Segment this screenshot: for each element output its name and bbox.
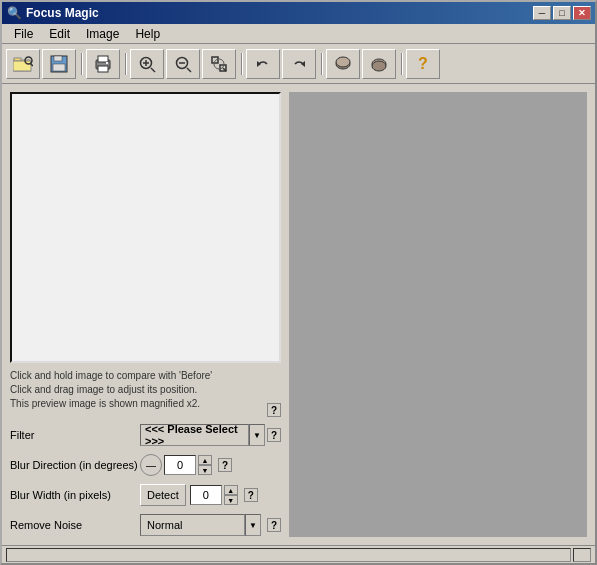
close-button[interactable]: ✕: [573, 6, 591, 20]
menu-image[interactable]: Image: [78, 25, 127, 43]
remove-noise-dropdown[interactable]: Normal: [140, 514, 245, 536]
blur-width-up[interactable]: ▲: [224, 485, 238, 495]
blur-width-help-icon[interactable]: ?: [244, 488, 258, 502]
separator-4: [318, 49, 324, 79]
window-controls: ─ □ ✕: [533, 6, 591, 20]
open-button[interactable]: [6, 49, 40, 79]
left-panel: Click and hold image to compare with 'Be…: [2, 84, 289, 545]
filter-dropdown[interactable]: <<< Please Select >>>: [140, 424, 249, 446]
filter-label: Filter: [10, 429, 140, 441]
filter-help-icon[interactable]: ?: [267, 428, 281, 442]
svg-rect-2: [13, 61, 31, 71]
preview-help-icon[interactable]: ?: [267, 403, 281, 417]
blur-direction-value[interactable]: 0: [164, 455, 196, 475]
preview-info: Click and hold image to compare with 'Be…: [10, 369, 212, 411]
blur-direction-minus[interactable]: —: [140, 454, 162, 476]
preview-area: [10, 92, 281, 363]
filter-question-icon: ?: [271, 430, 277, 441]
blur-direction-help-icon[interactable]: ?: [218, 458, 232, 472]
minus-icon: —: [146, 460, 156, 471]
svg-point-26: [336, 57, 350, 67]
remove-noise-label: Remove Noise: [10, 519, 140, 531]
separator-1: [78, 49, 84, 79]
status-bar: [2, 545, 595, 563]
preview-info-line3: This preview image is shown magnified x2…: [10, 397, 212, 411]
zoom-in-button[interactable]: [130, 49, 164, 79]
controls-area: Filter <<< Please Select >>> ▼ ?: [10, 423, 281, 537]
detect-button[interactable]: Detect: [140, 484, 186, 506]
svg-rect-19: [212, 57, 218, 63]
main-content: Click and hold image to compare with 'Be…: [2, 84, 595, 545]
menu-file[interactable]: File: [6, 25, 41, 43]
blur-direction-label: Blur Direction (in degrees): [10, 459, 140, 471]
redo-button[interactable]: [282, 49, 316, 79]
maximize-button[interactable]: □: [553, 6, 571, 20]
zoom-out-button[interactable]: [166, 49, 200, 79]
blur-width-spinner: 0 ▲ ▼: [190, 485, 238, 505]
save-button[interactable]: [42, 49, 76, 79]
svg-point-28: [372, 61, 386, 71]
svg-rect-6: [54, 56, 62, 61]
remove-noise-input: Normal ▼ ?: [140, 514, 281, 536]
blur-width-row: Blur Width (in pixels) Detect 0 ▲ ▼: [10, 483, 281, 507]
process-down-button[interactable]: [362, 49, 396, 79]
menu-bar: File Edit Image Help: [2, 24, 595, 44]
svg-rect-9: [98, 56, 108, 62]
toolbar: ?: [2, 44, 595, 84]
blur-direction-question-icon: ?: [222, 460, 228, 471]
status-pane-small: [573, 548, 591, 562]
app-icon: 🔍: [6, 5, 22, 21]
filter-dropdown-arrow[interactable]: ▼: [249, 424, 265, 446]
blur-width-updown: ▲ ▼: [224, 485, 238, 505]
remove-noise-help-icon[interactable]: ?: [267, 518, 281, 532]
svg-rect-7: [53, 64, 65, 71]
window-title: Focus Magic: [26, 6, 533, 20]
remove-noise-dropdown-arrow[interactable]: ▼: [245, 514, 261, 536]
blur-width-input: Detect 0 ▲ ▼ ?: [140, 484, 281, 506]
blur-direction-input: — 0 ▲ ▼ ?: [140, 454, 281, 476]
help-icon: ?: [418, 55, 428, 73]
blur-width-down[interactable]: ▼: [224, 495, 238, 505]
zoom-fit-button[interactable]: [202, 49, 236, 79]
filter-value: <<< Please Select >>>: [145, 423, 244, 447]
remove-noise-dropdown-wrapper: Normal ▼: [140, 514, 261, 536]
separator-5: [398, 49, 404, 79]
filter-row: Filter <<< Please Select >>> ▼ ?: [10, 423, 281, 447]
filter-input: <<< Please Select >>> ▼ ?: [140, 424, 281, 446]
blur-width-question-icon: ?: [248, 490, 254, 501]
main-window: 🔍 Focus Magic ─ □ ✕ File Edit Image Help: [0, 0, 597, 565]
right-panel: [289, 92, 587, 537]
svg-point-21: [214, 59, 224, 69]
separator-2: [122, 49, 128, 79]
preview-info-line1: Click and hold image to compare with 'Be…: [10, 369, 212, 383]
blur-direction-spinner: — 0 ▲ ▼: [140, 454, 212, 476]
separator-3: [238, 49, 244, 79]
minimize-button[interactable]: ─: [533, 6, 551, 20]
remove-noise-row: Remove Noise Normal ▼ ?: [10, 513, 281, 537]
blur-direction-row: Blur Direction (in degrees) — 0 ▲ ▼: [10, 453, 281, 477]
menu-edit[interactable]: Edit: [41, 25, 78, 43]
svg-rect-11: [106, 62, 108, 64]
question-mark-icon: ?: [271, 405, 277, 416]
status-pane: [6, 548, 571, 562]
title-bar: 🔍 Focus Magic ─ □ ✕: [2, 2, 595, 24]
svg-line-17: [187, 68, 191, 72]
remove-noise-question-icon: ?: [271, 520, 277, 531]
help-button[interactable]: ?: [406, 49, 440, 79]
filter-dropdown-wrapper: <<< Please Select >>> ▼: [140, 424, 265, 446]
blur-direction-up[interactable]: ▲: [198, 455, 212, 465]
blur-width-value[interactable]: 0: [190, 485, 222, 505]
svg-rect-10: [98, 66, 108, 72]
print-button[interactable]: [86, 49, 120, 79]
blur-width-label: Blur Width (in pixels): [10, 489, 140, 501]
preview-info-row: Click and hold image to compare with 'Be…: [10, 369, 281, 417]
process-up-button[interactable]: [326, 49, 360, 79]
blur-direction-down[interactable]: ▼: [198, 465, 212, 475]
svg-line-13: [151, 68, 155, 72]
blur-direction-updown: ▲ ▼: [198, 455, 212, 475]
preview-info-line2: Click and drag image to adjust its posit…: [10, 383, 212, 397]
remove-noise-value: Normal: [147, 519, 182, 531]
undo-button[interactable]: [246, 49, 280, 79]
menu-help[interactable]: Help: [127, 25, 168, 43]
